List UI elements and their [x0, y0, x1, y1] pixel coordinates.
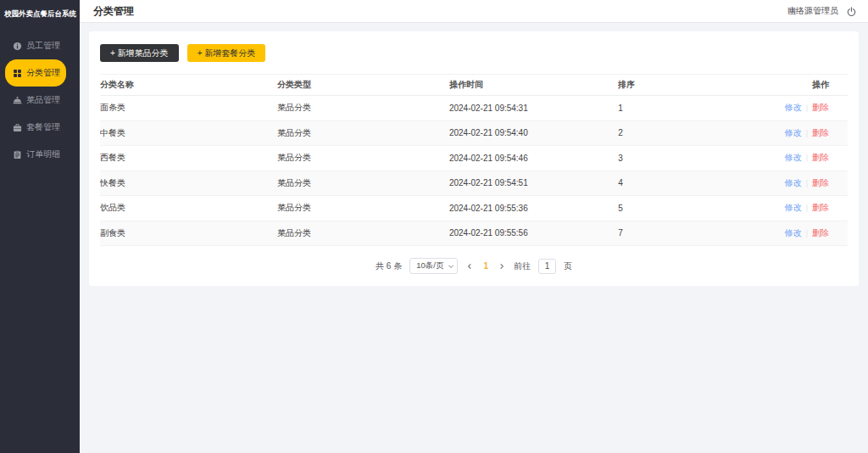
- row-actions: 修改|删除: [762, 227, 848, 239]
- column-header-type: 分类类型: [277, 79, 449, 91]
- category-type: 菜品分类: [277, 202, 449, 214]
- current-user-label: 幽络源管理员: [787, 5, 838, 17]
- table-header-row: 分类名称 分类类型 操作时间 排序 操作: [100, 74, 848, 96]
- delete-link[interactable]: 删除: [812, 153, 829, 162]
- combo-box-icon: [13, 123, 22, 132]
- action-divider: |: [806, 129, 808, 137]
- sidebar-item-dishes[interactable]: 菜品管理: [5, 87, 66, 114]
- delete-link[interactable]: 删除: [812, 178, 829, 187]
- category-name: 面条类: [100, 102, 277, 114]
- info-circle-icon: [13, 42, 22, 51]
- category-name: 副食类: [100, 227, 277, 239]
- edit-link[interactable]: 修改: [785, 203, 802, 212]
- row-actions: 修改|删除: [762, 152, 848, 164]
- row-actions: 修改|删除: [762, 127, 848, 139]
- sidebar-item-label: 员工管理: [26, 40, 60, 52]
- row-actions: 修改|删除: [762, 177, 848, 189]
- sidebar-item-label: 订单明细: [26, 148, 60, 160]
- table-row: 西餐类菜品分类2024-02-21 09:54:463修改|删除: [100, 146, 848, 171]
- delete-link[interactable]: 删除: [812, 228, 829, 238]
- category-card: + 新增菜品分类 + 新增套餐分类 分类名称 分类类型 操作时间 排序 操作 面…: [89, 31, 859, 286]
- category-name: 快餐类: [100, 177, 277, 189]
- table-row: 快餐类菜品分类2024-02-21 09:54:514修改|删除: [100, 171, 848, 197]
- column-header-sort: 排序: [618, 79, 762, 91]
- operation-time: 2024-02-21 09:54:51: [449, 178, 618, 187]
- category-table: 分类名称 分类类型 操作时间 排序 操作 面条类菜品分类2024-02-21 0…: [100, 74, 848, 246]
- table-row: 副食类菜品分类2024-02-21 09:55:567修改|删除: [100, 221, 848, 247]
- sidebar-item-employees[interactable]: 员工管理: [5, 32, 66, 59]
- sort-value: 1: [618, 103, 762, 113]
- content: + 新增菜品分类 + 新增套餐分类 分类名称 分类类型 操作时间 排序 操作 面…: [80, 23, 868, 453]
- sidebar-menu: 员工管理分类管理菜品管理套餐管理订单明细: [0, 32, 80, 168]
- sidebar-item-label: 套餐管理: [26, 121, 60, 133]
- row-actions: 修改|删除: [762, 202, 848, 214]
- app-window: 校园外卖点餐后台系统 员工管理分类管理菜品管理套餐管理订单明细 分类管理 幽络源…: [0, 0, 868, 453]
- sort-value: 5: [618, 204, 762, 213]
- table-row: 饮品类菜品分类2024-02-21 09:55:365修改|删除: [100, 196, 848, 221]
- action-divider: |: [806, 179, 808, 187]
- sidebar-item-label: 菜品管理: [26, 94, 60, 106]
- sidebar-item-categories[interactable]: 分类管理: [5, 59, 66, 87]
- action-divider: |: [806, 229, 808, 238]
- toolbar: + 新增菜品分类 + 新增套餐分类: [100, 44, 848, 62]
- category-grid-icon: [13, 69, 22, 78]
- dish-cloche-icon: [13, 96, 22, 105]
- sort-value: 7: [618, 228, 762, 238]
- goto-label: 前往: [514, 260, 531, 272]
- action-divider: |: [806, 204, 808, 212]
- operation-time: 2024-02-21 09:55:56: [449, 228, 618, 238]
- page-number-current[interactable]: 1: [481, 261, 490, 271]
- column-header-operation: 操作: [762, 79, 848, 91]
- topbar: 分类管理 幽络源管理员: [80, 0, 868, 23]
- next-page-icon[interactable]: [498, 263, 506, 270]
- edit-link[interactable]: 修改: [785, 153, 802, 162]
- category-name: 饮品类: [100, 202, 277, 214]
- category-type: 菜品分类: [277, 127, 449, 139]
- sidebar-item-combos[interactable]: 套餐管理: [5, 114, 66, 141]
- category-type: 菜品分类: [277, 227, 449, 239]
- column-header-time: 操作时间: [449, 79, 618, 91]
- prev-page-icon[interactable]: [465, 263, 474, 270]
- sidebar-item-orders[interactable]: 订单明细: [5, 141, 66, 168]
- category-name: 西餐类: [100, 152, 277, 164]
- chevron-down-icon: [448, 263, 454, 270]
- operation-time: 2024-02-21 09:54:31: [449, 103, 618, 113]
- edit-link[interactable]: 修改: [785, 103, 802, 112]
- category-name: 中餐类: [100, 127, 277, 139]
- edit-link[interactable]: 修改: [785, 128, 802, 137]
- add-dish-category-button[interactable]: + 新增菜品分类: [100, 44, 179, 62]
- sidebar-item-label: 分类管理: [26, 67, 60, 79]
- logout-power-icon[interactable]: [847, 7, 856, 16]
- goto-page-input[interactable]: [538, 259, 556, 274]
- order-list-icon: [13, 150, 22, 159]
- page-suffix-label: 页: [564, 260, 572, 272]
- table-row: 中餐类菜品分类2024-02-21 09:54:402修改|删除: [100, 121, 848, 147]
- page-size-select[interactable]: 10条/页: [409, 258, 458, 274]
- category-type: 菜品分类: [277, 177, 449, 189]
- table-body: 面条类菜品分类2024-02-21 09:54:311修改|删除中餐类菜品分类2…: [100, 96, 848, 246]
- add-combo-category-button[interactable]: + 新增套餐分类: [187, 44, 266, 62]
- edit-link[interactable]: 修改: [785, 228, 802, 238]
- total-count-label: 共 6 条: [376, 260, 402, 272]
- pagination: 共 6 条 10条/页 1 前往: [100, 258, 848, 274]
- sort-value: 3: [618, 154, 762, 163]
- page-title: 分类管理: [93, 4, 134, 19]
- app-title: 校园外卖点餐后台系统: [0, 0, 80, 20]
- category-type: 菜品分类: [277, 102, 449, 114]
- category-type: 菜品分类: [277, 152, 449, 164]
- operation-time: 2024-02-21 09:54:40: [449, 128, 618, 137]
- topbar-right: 幽络源管理员: [787, 5, 856, 17]
- operation-time: 2024-02-21 09:54:46: [449, 154, 618, 163]
- action-divider: |: [806, 154, 808, 162]
- page-size-value: 10条/页: [416, 260, 443, 271]
- action-divider: |: [806, 103, 808, 112]
- sort-value: 2: [618, 128, 762, 137]
- sidebar: 校园外卖点餐后台系统 员工管理分类管理菜品管理套餐管理订单明细: [0, 0, 80, 453]
- delete-link[interactable]: 删除: [812, 203, 829, 212]
- operation-time: 2024-02-21 09:55:36: [449, 204, 618, 213]
- sort-value: 4: [618, 178, 762, 187]
- edit-link[interactable]: 修改: [785, 178, 802, 187]
- main-area: 分类管理 幽络源管理员 + 新增菜品分类 + 新增套餐分类: [80, 0, 868, 453]
- delete-link[interactable]: 删除: [812, 103, 829, 112]
- delete-link[interactable]: 删除: [812, 128, 829, 137]
